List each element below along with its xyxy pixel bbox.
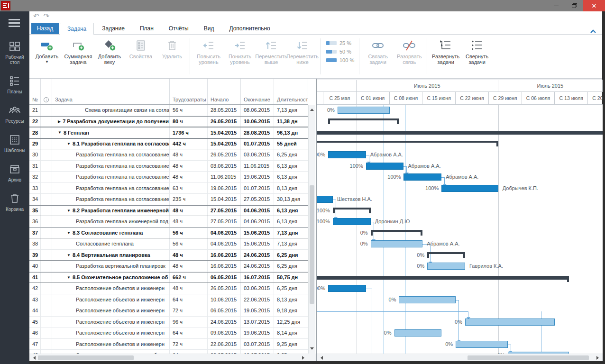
summary-task-button[interactable]: Суммарная задача: [63, 38, 94, 65]
move-up-button[interactable]: Переместить выше: [256, 38, 287, 65]
cell-task[interactable]: Разработка вертикальной планировк: [52, 261, 170, 272]
table-scrollbar-thumb[interactable]: [38, 355, 134, 360]
scroll-right-icon[interactable]: [596, 356, 601, 360]
tab-вид[interactable]: Вид: [197, 23, 221, 34]
unlink-tasks-button[interactable]: Разорвать связь: [394, 38, 425, 65]
cell-task[interactable]: ▼8.2 Разработка генплана инженерной: [52, 206, 170, 216]
tab-план[interactable]: План: [133, 23, 161, 34]
table-row-41[interactable]: 41▼8.5 Окончательное расположение об662 …: [29, 272, 308, 283]
table-row-22[interactable]: 22▶7 Разработка документации до получени…: [29, 116, 308, 127]
link-tasks-button[interactable]: Связать задачи: [362, 38, 394, 65]
cell-task[interactable]: Расположение объектов и инженерн: [52, 283, 170, 294]
table-row-47[interactable]: 47Расположение объектов и инженерн72 ч22…: [29, 339, 308, 350]
scroll-right-icon[interactable]: [302, 356, 306, 360]
cell-task[interactable]: Разработка генплана на согласование: [52, 149, 170, 160]
outdent-button[interactable]: Повысить уровень: [193, 38, 224, 65]
maximize-button[interactable]: [565, 0, 583, 11]
table-row-45[interactable]: 45Расположение объектов и инженерн96 ч24…: [29, 317, 308, 328]
gantt-task-bar-45[interactable]: [465, 318, 555, 326]
cell-task[interactable]: ▶7 Разработка документации до получения: [52, 117, 170, 127]
gantt-task-bar-38[interactable]: [371, 240, 423, 247]
cell-task[interactable]: ▼8.1 Разработка генплана на согласование: [52, 139, 170, 149]
cell-task[interactable]: Расположение объектов и инженерн: [52, 294, 170, 305]
cell-task[interactable]: Разработка генплана на согласование: [52, 194, 170, 205]
table-row-21[interactable]: 21Схема организации связи на согласовани…: [29, 105, 308, 116]
table-horizontal-scrollbar[interactable]: [29, 354, 308, 361]
tab-отчёты[interactable]: Отчёты: [162, 23, 196, 34]
progress-25-button[interactable]: 25 %: [326, 40, 354, 46]
redo-icon[interactable]: ↷: [44, 12, 50, 20]
column-header-end[interactable]: Окончание: [241, 79, 274, 104]
gantt-summary-bar-39[interactable]: [427, 252, 465, 254]
column-header-effort[interactable]: Трудозатраты: [170, 79, 208, 104]
expand-tasks-button[interactable]: Развернуть задачи: [430, 38, 461, 65]
gantt-chart[interactable]: 0%100%Абрамов А.А.100%Абрамов А.А.100%Аб…: [317, 105, 603, 354]
table-row-43[interactable]: 43Расположение объектов и инженерн64 ч10…: [29, 294, 308, 306]
gantt-summary-bar-37[interactable]: [371, 230, 423, 232]
gantt-summary-bar-22[interactable]: [328, 118, 399, 120]
hamburger-menu-icon[interactable]: [9, 19, 20, 27]
table-row-37[interactable]: 37▼8.3 Согласование генплана56 ч04.06.20…: [29, 228, 308, 239]
vertical-scrollbar[interactable]: [308, 105, 315, 354]
table-row-39[interactable]: 39▼8.4 Вертикальная планировка48 ч16.06.…: [29, 250, 308, 261]
cell-task[interactable]: ▼8.3 Согласование генплана: [52, 228, 170, 238]
minimize-button[interactable]: [547, 0, 565, 11]
progress-100-button[interactable]: 100 %: [326, 57, 354, 63]
table-row-42[interactable]: 42Расположение объектов и инженерн48 ч26…: [29, 283, 308, 294]
gantt-task-bar-30[interactable]: [328, 151, 366, 158]
close-button[interactable]: ✕: [583, 0, 605, 11]
gantt-task-bar-36[interactable]: [333, 218, 371, 225]
cell-task[interactable]: ▼8.5 Окончательное расположение об: [52, 273, 170, 283]
sidebar-item-plans[interactable]: Планы: [0, 75, 29, 94]
tab-задание[interactable]: Задание: [95, 23, 132, 34]
cell-task[interactable]: Расположение объектов и инженерн: [52, 317, 170, 328]
gantt-task-bar-33[interactable]: [441, 185, 498, 192]
column-header-task[interactable]: Задача: [52, 79, 170, 104]
gantt-task-bar-43[interactable]: [399, 296, 456, 303]
scroll-left-icon[interactable]: [319, 356, 323, 360]
gantt-task-bar-47[interactable]: [456, 341, 508, 348]
cell-task[interactable]: Схема организации связи на согласование: [52, 105, 170, 116]
table-row-34[interactable]: 34Разработка генплана на согласование235…: [29, 194, 308, 205]
scroll-up-icon[interactable]: [310, 107, 314, 111]
cell-task[interactable]: ▼8 Генплан: [52, 127, 170, 138]
sidebar-item-trash[interactable]: Корзина: [0, 192, 29, 212]
column-header-info[interactable]: i: [41, 79, 52, 104]
scroll-left-icon[interactable]: [31, 356, 36, 360]
vertical-scrollbar-thumb[interactable]: [310, 185, 314, 304]
sidebar-item-resources[interactable]: Ресурсы: [0, 104, 29, 124]
cell-task[interactable]: Расположение объектов и инженерн: [52, 305, 170, 316]
undo-icon[interactable]: ↶: [33, 12, 39, 20]
expand-icon[interactable]: ▼: [67, 253, 71, 257]
gantt-summary-bar-41[interactable]: [317, 276, 569, 280]
table-row-35[interactable]: 35▼8.2 Разработка генплана инженерной48 …: [29, 205, 308, 217]
cell-task[interactable]: Окончательное расположение объектов: [52, 350, 170, 354]
cell-task[interactable]: ▼8.4 Вертикальная планировка: [52, 250, 170, 261]
indent-button[interactable]: Понизить уровень: [224, 38, 256, 65]
gantt-task-bar-34[interactable]: [317, 196, 333, 203]
tab-дополнительно[interactable]: Дополнительно: [222, 23, 277, 34]
gantt-summary-bar-28[interactable]: [317, 131, 603, 135]
expand-icon[interactable]: ▼: [67, 231, 71, 235]
table-row-28[interactable]: 28▼8 Генплан1736 ч15.04.201528.08.201596…: [29, 127, 308, 138]
cell-task[interactable]: Разработка генплана на согласование: [52, 172, 170, 182]
expand-icon[interactable]: ▼: [67, 209, 71, 213]
add-task-button[interactable]: Добавить▼: [31, 38, 63, 64]
cell-task[interactable]: Расположение объектов и инженерн: [52, 328, 170, 338]
properties-button[interactable]: Свойства: [125, 38, 156, 59]
expand-icon[interactable]: ▼: [67, 275, 71, 280]
sidebar-item-archive[interactable]: Архив: [0, 163, 29, 182]
cell-task[interactable]: Разработка генплана на согласование: [52, 161, 170, 172]
gantt-task-bar-32[interactable]: [403, 173, 441, 181]
move-down-button[interactable]: Переместить ниже: [287, 38, 318, 65]
expand-icon[interactable]: ▼: [67, 142, 71, 146]
expand-icon[interactable]: ▶: [58, 119, 61, 124]
table-row-46[interactable]: 46Расположение объектов и инженерн64 ч09…: [29, 328, 308, 339]
table-row-38[interactable]: 38Согласование генплана56 ч04.06.201515.…: [29, 238, 308, 250]
table-row-30[interactable]: 30Разработка генплана на согласование48 …: [29, 149, 308, 161]
table-row-31[interactable]: 31Разработка генплана на согласование48 …: [29, 161, 308, 172]
gantt-horizontal-scrollbar[interactable]: [317, 354, 603, 361]
expand-icon[interactable]: ▼: [58, 130, 62, 135]
sidebar-item-desktop[interactable]: Рабочий стол: [0, 40, 29, 65]
sidebar-item-templates[interactable]: Шаблоны: [0, 134, 29, 153]
